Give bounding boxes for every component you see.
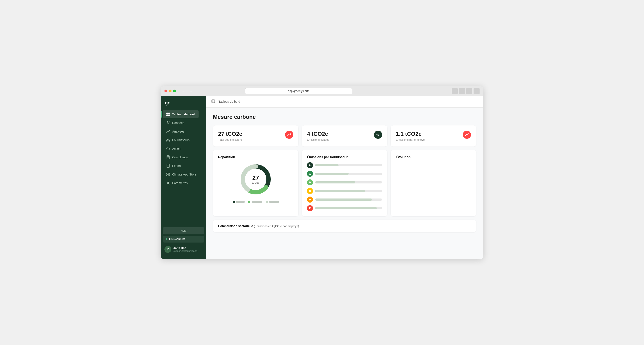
settings-icon — [166, 181, 170, 185]
stat-label-employe: Émissions par employé — [396, 138, 424, 141]
back-button[interactable]: ← — [180, 88, 186, 94]
stat-card-emissions-employe: 1.1 tCO2e Émissions par employé — [391, 125, 476, 147]
sidebar-toggle-icon[interactable] — [211, 99, 216, 104]
supplier-bar-fill-aplus — [315, 164, 338, 166]
close-button[interactable] — [164, 90, 167, 92]
compliance-icon — [166, 155, 170, 159]
svg-point-20 — [168, 182, 169, 184]
supplier-badge-d: D — [307, 197, 313, 203]
legend-item-2 — [248, 201, 262, 203]
minimize-button[interactable] — [169, 90, 172, 92]
sidebar-item-label: Tableau de bord — [172, 113, 195, 116]
repartition-card: Répartition — [213, 150, 298, 216]
breadcrumb: Tableau de bord — [218, 100, 240, 103]
sidebar-item-parametres[interactable]: Paramètres — [163, 179, 204, 187]
comparaison-card: Comparaison sectorielle (Émissions en kg… — [213, 220, 476, 232]
stat-label-evitees: Émissions évitées — [307, 138, 329, 141]
supplier-bar-fill-e — [315, 207, 377, 209]
sidebar-item-export[interactable]: Export — [163, 162, 204, 170]
main-content: Tableau de bord Mesure carbone 27 tCO2e … — [206, 96, 483, 259]
esg-label: ESG connect — [169, 238, 185, 241]
svg-line-8 — [168, 140, 169, 141]
active-indicator — [161, 111, 162, 118]
logo-text: gr· — [165, 100, 170, 106]
avatar: JD — [164, 246, 171, 253]
supplier-badge-c: C — [307, 188, 313, 194]
esg-badge[interactable]: ✦ ESG connect — [163, 236, 204, 242]
page-title: Mesure carbone — [213, 114, 476, 120]
svg-line-7 — [167, 140, 168, 141]
supplier-badge-e: E — [307, 205, 313, 211]
legend-dot-3 — [266, 201, 268, 203]
url-text: app.greenly.earth — [288, 89, 309, 93]
supplier-bar-fill-d — [315, 198, 372, 201]
svg-point-4 — [168, 139, 169, 140]
sidebar-logo: gr· — [161, 96, 206, 109]
forward-button[interactable]: → — [188, 88, 194, 94]
legend-dot-2 — [248, 201, 250, 203]
sidebar-item-tableau-de-bord[interactable]: Tableau de bord — [163, 110, 198, 118]
traffic-lights — [164, 90, 176, 92]
donut-chart: 27 tCO2e — [238, 162, 273, 197]
donut-unit: tCO2e — [252, 181, 260, 184]
browser-ctrl-2[interactable] — [459, 88, 465, 94]
stat-value-evitees: 4 tCO2e — [307, 131, 329, 137]
browser-ctrl-1[interactable] — [452, 88, 458, 94]
repartition-title: Répartition — [218, 155, 293, 159]
svg-rect-17 — [168, 173, 170, 174]
address-bar[interactable]: app.greenly.earth — [245, 88, 352, 94]
dashboard-icon — [166, 112, 170, 116]
sidebar-item-action[interactable]: Action — [163, 145, 204, 153]
sidebar-item-label: Paramètres — [172, 181, 188, 185]
sidebar-item-label: Fournisseurs — [172, 138, 190, 142]
bottom-cards: Répartition — [213, 150, 476, 216]
sidebar-item-label: Climate App Store — [172, 173, 196, 176]
donut-container: 27 tCO2e — [218, 162, 293, 197]
comparaison-title: Comparaison sectorielle (Émissions en kg… — [218, 224, 299, 228]
sidebar-item-label: Export — [172, 164, 181, 168]
browser-controls — [452, 88, 480, 94]
svg-point-5 — [166, 141, 167, 141]
svg-rect-14 — [167, 164, 169, 168]
maximize-button[interactable] — [173, 90, 176, 92]
supplier-bar-bg-b — [315, 181, 382, 183]
user-name: John Doe — [174, 246, 197, 250]
sidebar-nav: Tableau de bord Données — [161, 109, 206, 226]
sidebar-item-fournisseurs[interactable]: Fournisseurs — [163, 136, 204, 144]
evolution-title: Évolution — [396, 155, 471, 159]
action-icon — [166, 147, 170, 151]
supplier-bar-fill-c — [315, 190, 365, 192]
supplier-bar-bg-aplus — [315, 164, 382, 166]
help-button[interactable]: Help — [163, 227, 204, 234]
comparaison-subtitle: (Émissions en kgCO₂e par employé) — [254, 224, 299, 228]
sidebar-item-compliance[interactable]: Compliance — [163, 153, 204, 161]
browser-ctrl-4[interactable] — [474, 88, 480, 94]
supplier-row-aplus: A+ — [307, 162, 382, 168]
legend-dot-1 — [233, 201, 235, 203]
sidebar: gr· — [161, 96, 206, 259]
legend-bar-2 — [252, 201, 262, 203]
svg-rect-1 — [168, 113, 170, 114]
sidebar-item-donnees[interactable]: Données — [163, 119, 204, 127]
supplier-bar-bg-e — [315, 207, 382, 209]
svg-rect-21 — [212, 100, 215, 103]
stat-card-total-emissions: 27 tCO2e Total des émissions — [213, 125, 298, 147]
data-icon — [166, 121, 170, 125]
main-header: Tableau de bord — [206, 96, 483, 108]
trend-up-icon-2 — [463, 131, 471, 139]
stat-value-total: 27 tCO2e — [218, 131, 242, 137]
stat-card-emissions-evitees: 4 tCO2e Émissions évitées — [302, 125, 387, 147]
supplier-badge-a: A — [307, 171, 313, 177]
analyses-icon — [166, 130, 170, 133]
supplier-list: A+ A — [307, 162, 382, 211]
supplier-row-d: D — [307, 197, 382, 203]
sidebar-item-label: Analyses — [172, 130, 184, 133]
sidebar-item-analyses[interactable]: Analyses — [163, 127, 204, 136]
supplier-row-a: A — [307, 171, 382, 177]
sidebar-item-label: Compliance — [172, 156, 188, 159]
export-icon — [166, 164, 170, 168]
sidebar-item-climate-app-store[interactable]: Climate App Store — [163, 170, 204, 179]
stat-label-total: Total des émissions — [218, 138, 242, 141]
browser-ctrl-3[interactable] — [466, 88, 472, 94]
trend-up-icon-1 — [285, 131, 293, 139]
